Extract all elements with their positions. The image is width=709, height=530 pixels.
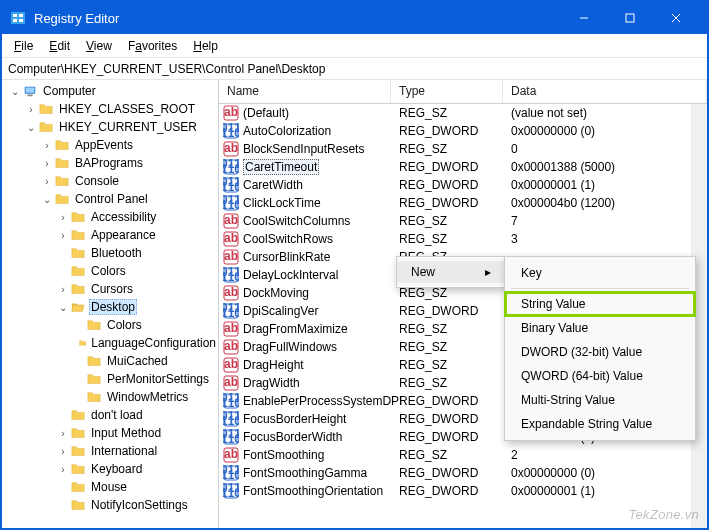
context-item-new[interactable]: New ▸ <box>397 261 505 283</box>
value-data: 0x00001388 (5000) <box>503 160 707 174</box>
value-name: FocusBorderWidth <box>243 430 342 444</box>
value-name: CursorBlinkRate <box>243 250 330 264</box>
tree-item[interactable]: ⌄HKEY_CURRENT_USER <box>6 118 218 136</box>
tree-item[interactable]: don't load <box>6 406 218 424</box>
menu-file[interactable]: File <box>6 37 41 55</box>
chevron-right-icon[interactable]: › <box>56 284 70 295</box>
menu-view[interactable]: View <box>78 37 120 55</box>
tree-item[interactable]: Mouse <box>6 478 218 496</box>
value-row[interactable]: BlockSendInputResetsREG_SZ0 <box>219 140 707 158</box>
string-value-icon <box>223 105 239 121</box>
value-name: DelayLockInterval <box>243 268 338 282</box>
value-row[interactable]: AutoColorizationREG_DWORD0x00000000 (0) <box>219 122 707 140</box>
tree-item[interactable]: ›AppEvents <box>6 136 218 154</box>
column-type[interactable]: Type <box>391 80 503 103</box>
folder-icon <box>38 120 54 134</box>
value-type: REG_SZ <box>391 448 503 462</box>
chevron-right-icon[interactable]: › <box>56 230 70 241</box>
tree-item[interactable]: MuiCached <box>6 352 218 370</box>
folder-icon <box>70 444 86 458</box>
tree-item[interactable]: ›Appearance <box>6 226 218 244</box>
value-type: REG_DWORD <box>391 412 503 426</box>
tree-item[interactable]: Colors <box>6 262 218 280</box>
value-row[interactable]: FontSmoothingGammaREG_DWORD0x00000000 (0… <box>219 464 707 482</box>
folder-icon <box>70 408 86 422</box>
dword-value-icon <box>223 483 239 499</box>
chevron-down-icon[interactable]: ⌄ <box>40 194 54 205</box>
tree-item[interactable]: ›Input Method <box>6 424 218 442</box>
context-item-expandable-string-value[interactable]: Expandable String Value <box>505 412 695 436</box>
menu-edit[interactable]: Edit <box>41 37 78 55</box>
chevron-right-icon[interactable]: › <box>40 176 54 187</box>
context-item-string-value[interactable]: String Value <box>505 292 695 316</box>
tree-item[interactable]: ›Console <box>6 172 218 190</box>
tree-item[interactable]: WindowMetrics <box>6 388 218 406</box>
tree-item[interactable]: NotifyIconSettings <box>6 496 218 514</box>
tree-item[interactable]: Bluetooth <box>6 244 218 262</box>
value-name: FontSmoothing <box>243 448 324 462</box>
dword-value-icon <box>223 123 239 139</box>
string-value-icon <box>223 141 239 157</box>
tree-item-label: Desktop <box>89 299 137 315</box>
svg-rect-14 <box>626 14 634 22</box>
tree-item[interactable]: ›BAPrograms <box>6 154 218 172</box>
context-item-key[interactable]: Key <box>505 261 695 285</box>
context-item-dword-value[interactable]: DWORD (32-bit) Value <box>505 340 695 364</box>
chevron-down-icon[interactable]: ⌄ <box>8 86 22 97</box>
tree-item-label: Console <box>73 174 121 188</box>
value-row[interactable]: (Default)REG_SZ(value not set) <box>219 104 707 122</box>
value-type: REG_DWORD <box>391 178 503 192</box>
tree-item-label: HKEY_CURRENT_USER <box>57 120 199 134</box>
tree-item[interactable]: ⌄Control Panel <box>6 190 218 208</box>
menu-favorites[interactable]: Favorites <box>120 37 185 55</box>
tree-item-label: Input Method <box>89 426 163 440</box>
maximize-button[interactable] <box>607 2 653 34</box>
chevron-right-icon[interactable]: › <box>40 140 54 151</box>
chevron-down-icon[interactable]: ⌄ <box>24 122 38 133</box>
tree-item[interactable]: ›Accessibility <box>6 208 218 226</box>
context-item-multi-string-value[interactable]: Multi-String Value <box>505 388 695 412</box>
chevron-right-icon[interactable]: › <box>56 464 70 475</box>
chevron-right-icon[interactable]: › <box>24 104 38 115</box>
tree-item[interactable]: ⌄Desktop <box>6 298 218 316</box>
context-item-qword-value[interactable]: QWORD (64-bit) Value <box>505 364 695 388</box>
value-name: AutoColorization <box>243 124 331 138</box>
chevron-right-icon[interactable]: › <box>56 428 70 439</box>
tree-item[interactable]: Colors <box>6 316 218 334</box>
tree-item[interactable]: ›HKEY_CLASSES_ROOT <box>6 100 218 118</box>
value-row[interactable]: FontSmoothingOrientationREG_DWORD0x00000… <box>219 482 707 500</box>
column-name[interactable]: Name <box>219 80 391 103</box>
folder-icon <box>70 498 86 512</box>
chevron-right-icon[interactable]: › <box>40 158 54 169</box>
menu-help[interactable]: Help <box>185 37 226 55</box>
chevron-down-icon[interactable]: ⌄ <box>56 302 70 313</box>
tree-item[interactable]: ›Keyboard <box>6 460 218 478</box>
value-name: CoolSwitchColumns <box>243 214 350 228</box>
value-row[interactable]: CaretTimeoutREG_DWORD0x00001388 (5000) <box>219 158 707 176</box>
value-row[interactable]: CaretWidthREG_DWORD0x00000001 (1) <box>219 176 707 194</box>
tree-item-label: LanguageConfiguration <box>89 336 218 350</box>
value-type: REG_SZ <box>391 142 503 156</box>
value-name: FocusBorderHeight <box>243 412 346 426</box>
value-row[interactable]: CoolSwitchRowsREG_SZ3 <box>219 230 707 248</box>
menubar: File Edit View Favorites Help <box>2 34 707 58</box>
folder-icon <box>70 210 86 224</box>
tree-item[interactable]: PerMonitorSettings <box>6 370 218 388</box>
chevron-right-icon[interactable]: › <box>56 212 70 223</box>
folder-icon <box>86 390 102 404</box>
chevron-right-icon[interactable]: › <box>56 446 70 457</box>
tree-item[interactable]: ›International <box>6 442 218 460</box>
value-row[interactable]: ClickLockTimeREG_DWORD0x000004b0 (1200) <box>219 194 707 212</box>
value-row[interactable]: CoolSwitchColumnsREG_SZ7 <box>219 212 707 230</box>
column-data[interactable]: Data <box>503 80 707 103</box>
value-row[interactable]: FontSmoothingREG_SZ2 <box>219 446 707 464</box>
address-bar[interactable]: Computer\HKEY_CURRENT_USER\Control Panel… <box>2 58 707 80</box>
folder-icon <box>70 264 86 278</box>
tree-item-label: don't load <box>89 408 145 422</box>
tree-item[interactable]: LanguageConfiguration <box>6 334 218 352</box>
minimize-button[interactable] <box>561 2 607 34</box>
tree-item[interactable]: ›Cursors <box>6 280 218 298</box>
close-button[interactable] <box>653 2 699 34</box>
tree-item[interactable]: ⌄Computer <box>6 82 218 100</box>
context-item-binary-value[interactable]: Binary Value <box>505 316 695 340</box>
